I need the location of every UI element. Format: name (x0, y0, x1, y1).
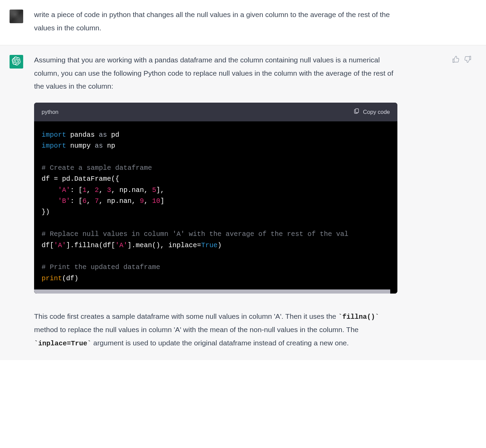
thumbs-down-icon (464, 58, 472, 64)
assistant-intro-text: Assuming that you are working with a pan… (34, 54, 397, 93)
openai-logo-icon (12, 57, 21, 67)
copy-code-button[interactable]: Copy code (353, 107, 390, 117)
svg-rect-0 (355, 109, 359, 113)
thumbs-up-icon (452, 58, 459, 64)
thumbs-down-button[interactable] (464, 56, 472, 63)
code-language-label: python (42, 107, 59, 117)
assistant-outro-text: This code first creates a sample datafra… (34, 310, 397, 350)
user-message-text: write a piece of code in python that cha… (34, 8, 397, 35)
user-avatar (10, 10, 23, 23)
code-scrollbar-thumb[interactable] (34, 289, 390, 294)
user-feedback-spacer (445, 8, 486, 35)
thumbs-up-button[interactable] (452, 56, 459, 63)
code-content: import pandas as pd import numpy as np #… (42, 130, 390, 284)
assistant-message-content: Assuming that you are working with a pan… (34, 54, 445, 350)
user-message-row: write a piece of code in python that cha… (0, 0, 486, 45)
assistant-avatar (10, 55, 23, 69)
code-header: python Copy code (34, 103, 397, 121)
assistant-message-row: Assuming that you are working with a pan… (0, 45, 486, 360)
code-horizontal-scrollbar[interactable] (34, 289, 397, 294)
copy-code-label: Copy code (363, 107, 390, 117)
code-body-wrap: import pandas as pd import numpy as np #… (34, 121, 397, 294)
user-avatar-col (0, 8, 34, 35)
feedback-buttons (445, 54, 486, 350)
assistant-avatar-col (0, 54, 34, 350)
code-block: python Copy code import pandas as pd imp… (34, 103, 397, 294)
code-body[interactable]: import pandas as pd import numpy as np #… (34, 121, 397, 289)
clipboard-icon (353, 107, 360, 117)
user-message-content: write a piece of code in python that cha… (34, 8, 445, 35)
